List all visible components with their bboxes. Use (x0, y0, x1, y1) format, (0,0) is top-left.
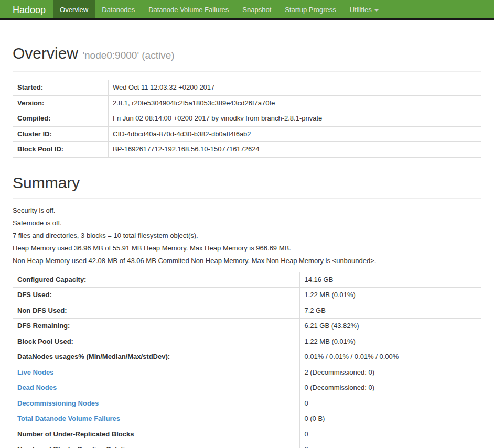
table-row: DFS Remaining: 6.21 GB (43.82%) (13, 319, 481, 334)
summary-row-label[interactable]: Dead Nodes (17, 384, 57, 391)
overview-row-label: Block Pool ID: (17, 145, 63, 153)
nav-tab-label: Datanode Volume Failures (148, 6, 229, 14)
overview-row-label: Cluster ID: (17, 130, 52, 138)
table-row: Started: Wed Oct 11 12:03:32 +0200 2017 (13, 80, 481, 96)
summary-row-label: DFS Remaining: (17, 322, 70, 330)
table-row: Block Pool ID: BP-1692617712-192.168.56.… (13, 142, 481, 158)
namenode-address: 'node0:9000' (active) (82, 50, 174, 61)
nav-tab-label: Overview (60, 6, 88, 14)
nav-tab-label: Utilities (350, 6, 372, 14)
nav-tab-label: Startup Progress (285, 6, 336, 14)
summary-row-label: Non DFS Used: (17, 307, 67, 314)
summary-paragraph: Safemode is off. (13, 218, 481, 228)
nav-tab-label: Datanodes (102, 6, 135, 14)
row-label-cell: Block Pool ID: (13, 142, 109, 158)
summary-row-label: DFS Used: (17, 291, 52, 299)
table-row: Cluster ID: CID-4dbcd40a-870d-4d30-b382-… (13, 126, 481, 142)
summary-row-value: 1.22 MB (0.01%) (300, 288, 481, 303)
summary-row-value: 0 (0 B) (300, 411, 481, 427)
summary-row-value: 0.01% / 0.01% / 0.01% / 0.00% (300, 349, 481, 365)
nav-tabs: Overview Datanodes Datanode Volume Failu… (53, 0, 385, 18)
summary-paragraph: 7 files and directories, 3 blocks = 10 t… (13, 231, 481, 241)
overview-row-label: Started: (17, 83, 43, 91)
summary-row-value: 14.16 GB (300, 272, 481, 288)
summary-row-label[interactable]: Live Nodes (17, 368, 53, 376)
nav-tab-label: Snapshot (242, 6, 271, 14)
table-row: Decommissioning Nodes 0 (13, 396, 481, 411)
row-label-cell: DFS Remaining: (13, 319, 300, 334)
main-content: Overview 'node0:9000' (active) Started: … (0, 45, 494, 448)
table-row: Compiled: Fri Jun 02 08:14:00 +0200 2017… (13, 111, 481, 127)
table-row: DataNodes usages% (Min/Median/Max/stdDev… (13, 349, 481, 365)
overview-row-value: Fri Jun 02 08:14:00 +0200 2017 by vinodk… (109, 111, 481, 127)
summary-row-value: 0 (300, 427, 481, 442)
summary-paragraph: Security is off. (13, 206, 481, 215)
summary-row-label: Number of Blocks Pending Deletion (17, 445, 133, 448)
summary-title: Summary (13, 174, 481, 199)
row-label-cell: Total Datanode Volume Failures (13, 411, 300, 427)
overview-row-value: Wed Oct 11 12:03:32 +0200 2017 (109, 80, 481, 96)
summary-row-label: Number of Under-Replicated Blocks (17, 430, 134, 438)
nav-tab[interactable]: Datanode Volume Failures (142, 0, 235, 18)
table-row: Configured Capacity: 14.16 GB (13, 272, 481, 288)
row-label-cell: DataNodes usages% (Min/Median/Max/stdDev… (13, 349, 300, 365)
table-row: Total Datanode Volume Failures 0 (0 B) (13, 411, 481, 427)
summary-row-value: 2 (Decommissioned: 0) (300, 365, 481, 380)
nav-tab[interactable]: Snapshot (235, 0, 278, 18)
table-row: Live Nodes 2 (Decommissioned: 0) (13, 365, 481, 380)
table-row: DFS Used: 1.22 MB (0.01%) (13, 288, 481, 303)
table-row: Dead Nodes 0 (Decommissioned: 0) (13, 380, 481, 396)
overview-row-value: BP-1692617712-192.168.56.10-150771617262… (109, 142, 481, 158)
row-label-cell: Number of Under-Replicated Blocks (13, 427, 300, 442)
summary-table: Configured Capacity: 14.16 GB DFS Used: … (13, 272, 481, 448)
overview-table: Started: Wed Oct 11 12:03:32 +0200 2017 … (13, 80, 481, 158)
summary-row-value: 1.22 MB (0.01%) (300, 334, 481, 349)
row-label-cell: Block Pool Used: (13, 334, 300, 349)
summary-row-value: 6.21 GB (43.82%) (300, 319, 481, 334)
row-label-cell: Dead Nodes (13, 380, 300, 396)
overview-row-label: Version: (17, 99, 44, 107)
summary-paragraph: Non Heap Memory used 42.08 MB of 43.06 M… (13, 256, 481, 266)
nav-tab[interactable]: Overview (53, 0, 95, 18)
summary-row-value: 0 (300, 442, 481, 448)
summary-row-label: Configured Capacity: (17, 276, 86, 283)
row-label-cell: Decommissioning Nodes (13, 396, 300, 411)
summary-row-label[interactable]: Decommissioning Nodes (17, 399, 99, 407)
row-label-cell: Number of Blocks Pending Deletion (13, 442, 300, 448)
table-row: Block Pool Used: 1.22 MB (0.01%) (13, 334, 481, 349)
nav-tab[interactable]: Utilities (343, 0, 385, 18)
table-row: Version: 2.8.1, r20fe5304904fc2f5a18053c… (13, 95, 481, 111)
row-label-cell: Live Nodes (13, 365, 300, 380)
summary-row-label: DataNodes usages% (Min/Median/Max/stdDev… (17, 353, 170, 360)
summary-row-value: 0 (Decommissioned: 0) (300, 380, 481, 396)
nav-tab[interactable]: Datanodes (95, 0, 142, 18)
chevron-down-icon (374, 9, 379, 12)
overview-row-label: Compiled: (17, 114, 51, 122)
row-label-cell: DFS Used: (13, 288, 300, 303)
row-label-cell: Cluster ID: (13, 126, 109, 142)
row-label-cell: Started: (13, 80, 109, 96)
hadoop-brand[interactable]: Hadoop (13, 0, 46, 18)
page-title: Overview 'node0:9000' (active) (13, 45, 481, 72)
summary-paragraphs: Security is off. Safemode is off. 7 file… (13, 206, 481, 266)
summary-row-label: Block Pool Used: (17, 337, 73, 345)
page-title-text: Overview (13, 45, 78, 62)
overview-row-value: CID-4dbcd40a-870d-4d30-b382-db0aff4f6ab2 (109, 126, 481, 142)
summary-row-value: 0 (300, 396, 481, 411)
overview-row-value: 2.8.1, r20fe5304904fc2f5a18053c389e43cd2… (109, 95, 481, 111)
row-label-cell: Configured Capacity: (13, 272, 300, 288)
navbar: Hadoop Overview Datanodes Datanode Volum… (0, 0, 494, 20)
table-row: Number of Under-Replicated Blocks 0 (13, 427, 481, 442)
summary-row-value: 7.2 GB (300, 303, 481, 319)
row-label-cell: Version: (13, 95, 109, 111)
row-label-cell: Non DFS Used: (13, 303, 300, 319)
summary-paragraph: Heap Memory used 36.96 MB of 55.91 MB He… (13, 244, 481, 253)
table-row: Non DFS Used: 7.2 GB (13, 303, 481, 319)
table-row: Number of Blocks Pending Deletion 0 (13, 442, 481, 448)
nav-tab[interactable]: Startup Progress (278, 0, 343, 18)
summary-row-label[interactable]: Total Datanode Volume Failures (17, 414, 120, 422)
row-label-cell: Compiled: (13, 111, 109, 127)
